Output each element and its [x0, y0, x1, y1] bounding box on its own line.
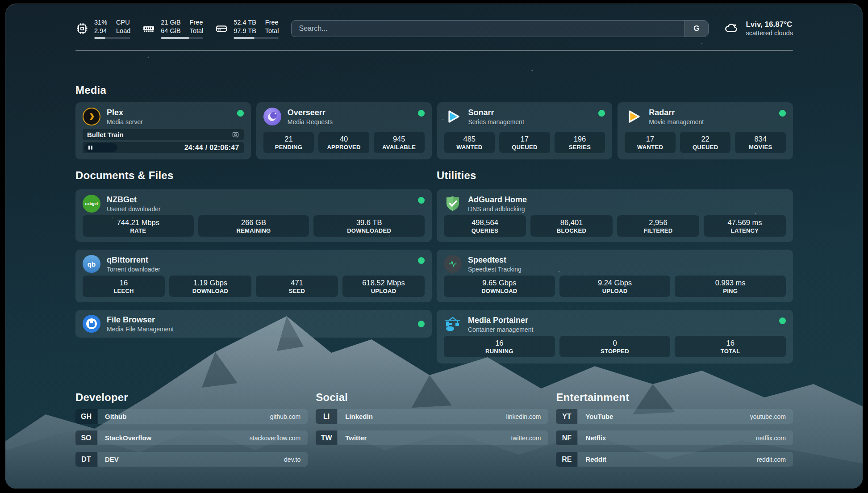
speedtest-card[interactable]: Speedtest Speedtest Tracking 9.65 GbpsDO…	[437, 250, 793, 302]
search-input[interactable]	[292, 21, 684, 37]
adguard-card[interactable]: AdGuard Home DNS and adblocking 498,564Q…	[437, 189, 793, 242]
bookmark-abbr: YT	[556, 409, 577, 424]
nzbget-card[interactable]: nzbget NZBGet Usenet downloader 744.21 M…	[75, 189, 432, 242]
app-description: Media File Management	[107, 326, 174, 333]
memory-free-label: Free	[190, 18, 204, 27]
bookmark-name: Reddit	[585, 455, 606, 463]
bookmark-name: DEV	[105, 455, 119, 463]
sonarr-card[interactable]: Sonarr Series management 485WANTED 17QUE…	[437, 102, 613, 159]
cpu-widget: 31% 2.94 CPU Load	[75, 18, 130, 39]
stat-pending: 21PENDING	[263, 132, 314, 153]
status-dot	[779, 318, 786, 324]
qbittorrent-card[interactable]: qb qBittorrent Torrent downloader 16LEEC…	[75, 250, 432, 302]
speedtest-icon	[444, 255, 462, 273]
bookmark-dev[interactable]: DT DEVdev.to	[75, 452, 308, 467]
app-description: Media server	[107, 118, 143, 125]
app-name: Radarr	[649, 108, 704, 117]
weather-location-temp: Lviv, 16.87°C	[746, 20, 793, 29]
bookmark-url: stackoverflow.com	[250, 435, 300, 442]
bookmark-abbr: DT	[75, 452, 97, 467]
disk-total-label: Total	[265, 27, 279, 35]
section-title-developer: Developer	[75, 391, 308, 404]
overseerr-card[interactable]: Overseerr Media Requests 21PENDING 40APP…	[256, 102, 432, 159]
cpu-load-label: Load	[116, 27, 130, 35]
bookmark-abbr: TW	[316, 430, 337, 445]
bookmark-abbr: SO	[75, 430, 97, 445]
bookmark-youtube[interactable]: YT YouTubeyoutube.com	[556, 409, 793, 424]
bookmark-url: netflix.com	[756, 435, 786, 442]
radarr-card[interactable]: Radarr Movie management 17WANTED 22QUEUE…	[618, 102, 793, 159]
app-name: Overseerr	[288, 108, 333, 117]
stat-queued: 22QUEUED	[680, 132, 731, 153]
stat-downloaded: 39.6 TBDOWNLOADED	[313, 215, 425, 237]
filebrowser-card[interactable]: File Browser Media File Management	[75, 310, 432, 338]
bookmark-reddit[interactable]: RE Redditreddit.com	[556, 452, 793, 467]
app-description: Series management	[468, 118, 524, 125]
search-engine-button[interactable]: G	[684, 21, 708, 37]
radarr-icon	[625, 108, 643, 125]
screenshot-icon[interactable]	[232, 131, 239, 138]
stat-remaining: 266 GBREMAINING	[198, 215, 309, 237]
memory-free-value: 21 GiB	[161, 18, 180, 27]
app-name: AdGuard Home	[468, 195, 527, 205]
bookmark-url: youtube.com	[750, 413, 786, 420]
disk-free-value: 52.4 TB	[234, 18, 256, 27]
stat-download: 1.19 GbpsDOWNLOAD	[169, 276, 251, 297]
disk-progress-bar	[234, 37, 279, 39]
stat-movies: 834MOVIES	[735, 132, 786, 153]
bookmark-twitter[interactable]: TW Twittertwitter.com	[316, 430, 548, 445]
app-description: Movie management	[649, 118, 704, 125]
cpu-progress-bar	[94, 37, 130, 39]
app-description: Media Requests	[288, 118, 333, 125]
memory-progress-bar	[161, 37, 203, 39]
weather-widget[interactable]: Lviv, 16.87°C scattered clouds	[723, 20, 793, 38]
app-name: Media Portainer	[468, 315, 533, 325]
bookmark-name: LinkedIn	[345, 413, 373, 420]
stat-running: 16RUNNING	[444, 336, 555, 357]
bookmark-url: reddit.com	[757, 456, 786, 463]
cpu-load-value: 2.94	[94, 27, 107, 35]
status-dot	[598, 110, 605, 117]
pause-button[interactable]	[84, 143, 117, 152]
entertainment-section: Entertainment YT YouTubeyoutube.com NF N…	[556, 391, 793, 467]
stat-queued: 17QUEUED	[499, 132, 550, 153]
stat-approved: 40APPROVED	[318, 132, 369, 153]
bookmark-stackoverflow[interactable]: SO StackOverflowstackoverflow.com	[75, 430, 308, 445]
bookmark-netflix[interactable]: NF Netflixnetflix.com	[556, 430, 793, 445]
portainer-card[interactable]: Media Portainer Container management 16R…	[437, 310, 793, 363]
section-title-social: Social	[316, 391, 548, 404]
hard-drive-icon	[215, 22, 228, 35]
filebrowser-icon	[83, 315, 100, 333]
plex-card[interactable]: Plex Media server Bullet Train	[75, 102, 251, 159]
app-description: Container management	[468, 326, 533, 333]
cloud-icon	[723, 20, 740, 37]
app-description: Torrent downloader	[107, 266, 160, 273]
stat-series: 196SERIES	[555, 132, 605, 153]
section-title-entertainment: Entertainment	[556, 391, 793, 404]
section-title-utilities: Utilities	[437, 169, 793, 182]
bookmark-url: dev.to	[284, 456, 300, 463]
bookmark-linkedin[interactable]: LI LinkedInlinkedin.com	[316, 409, 548, 424]
status-dot	[418, 110, 425, 117]
stat-blocked: 86,401BLOCKED	[530, 215, 613, 237]
player-bar: 24:44 / 02:06:47	[83, 142, 244, 153]
stat-rate: 744.21 MbpsRATE	[83, 215, 194, 237]
memory-widget: 21 GiB 64 GiB Free Total	[142, 18, 203, 39]
disk-free-label: Free	[265, 18, 279, 27]
app-description: DNS and adblocking	[468, 205, 527, 213]
social-section: Social LI LinkedInlinkedin.com TW Twitte…	[316, 391, 548, 467]
cpu-usage-value: 31%	[94, 18, 107, 27]
now-playing-title: Bullet Train	[87, 131, 124, 138]
stat-download: 9.65 GbpsDOWNLOAD	[444, 276, 555, 297]
app-name: Sonarr	[468, 108, 524, 117]
qbittorrent-icon: qb	[83, 255, 100, 273]
stat-filtered: 2,956FILTERED	[617, 215, 699, 237]
cpu-icon	[75, 22, 89, 35]
bookmark-github[interactable]: GH Githubgithub.com	[75, 409, 308, 424]
plex-icon	[83, 108, 100, 125]
status-dot	[237, 110, 244, 117]
bookmark-name: StackOverflow	[105, 434, 151, 442]
stat-stopped: 0STOPPED	[559, 336, 671, 357]
memory-total-label: Total	[190, 27, 204, 35]
bookmark-name: Netflix	[585, 434, 606, 442]
